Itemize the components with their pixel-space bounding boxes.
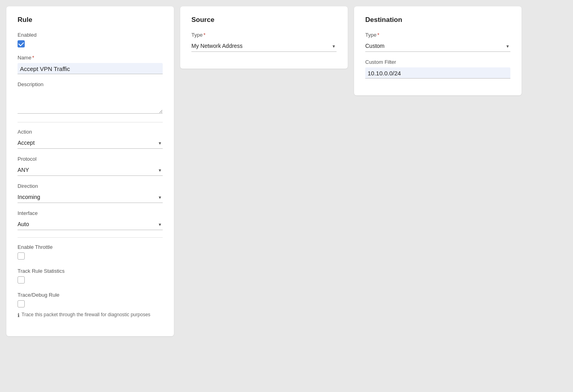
trace-debug-hint: ℹ Trace this packet through the firewall… <box>18 311 163 319</box>
custom-filter-label: Custom Filter <box>365 59 510 65</box>
protocol-select[interactable]: ANY TCP UDP ICMP <box>18 164 163 176</box>
custom-filter-input[interactable] <box>365 67 510 79</box>
source-card: Source Type* My Network Address Custom A… <box>180 6 348 69</box>
enabled-field: Enabled <box>18 32 163 47</box>
source-type-select-wrapper: My Network Address Custom Any ▾ <box>191 40 337 52</box>
name-field: Name* <box>18 55 163 74</box>
trace-debug-label: Trace/Debug Rule <box>18 292 163 298</box>
divider-1 <box>18 122 163 122</box>
source-card-title: Source <box>191 16 337 24</box>
destination-type-select-wrapper: Custom My Network Address Any ▾ <box>365 40 510 52</box>
name-label: Name* <box>18 55 163 61</box>
interface-select-wrapper: Auto LAN WAN VPN ▾ <box>18 219 163 230</box>
direction-label: Direction <box>18 183 163 189</box>
name-input[interactable] <box>18 63 163 74</box>
description-field: Description <box>18 81 163 115</box>
interface-label: Interface <box>18 210 163 216</box>
destination-type-select[interactable]: Custom My Network Address Any <box>365 40 510 52</box>
direction-field: Direction Incoming Outgoing Both ▾ <box>18 183 163 203</box>
action-select-wrapper: Accept Drop Reject ▾ <box>18 137 163 149</box>
track-statistics-label: Track Rule Statistics <box>18 268 163 274</box>
trace-debug-field: Trace/Debug Rule ℹ Trace this packet thr… <box>18 292 163 319</box>
track-statistics-field: Track Rule Statistics <box>18 268 163 285</box>
source-type-required-star: * <box>203 32 205 38</box>
destination-card-title: Destination <box>365 16 510 24</box>
source-type-select[interactable]: My Network Address Custom Any <box>191 40 337 52</box>
divider-2 <box>18 237 163 238</box>
direction-select-wrapper: Incoming Outgoing Both ▾ <box>18 191 163 203</box>
destination-card: Destination Type* Custom My Network Addr… <box>354 6 522 95</box>
destination-type-required-star: * <box>377 32 379 38</box>
destination-type-field: Type* Custom My Network Address Any ▾ <box>365 32 510 52</box>
name-required-star: * <box>32 55 34 61</box>
description-textarea[interactable] <box>18 90 163 114</box>
description-label: Description <box>18 81 163 87</box>
source-type-field: Type* My Network Address Custom Any ▾ <box>191 32 337 52</box>
action-select[interactable]: Accept Drop Reject <box>18 137 163 149</box>
enabled-label: Enabled <box>18 32 163 38</box>
rule-card: Rule Enabled Name* Description Action <box>6 6 174 336</box>
source-type-label: Type* <box>191 32 337 38</box>
protocol-select-wrapper: ANY TCP UDP ICMP ▾ <box>18 164 163 176</box>
info-icon: ℹ <box>18 311 20 319</box>
rule-card-title: Rule <box>18 16 163 24</box>
interface-select[interactable]: Auto LAN WAN VPN <box>18 219 163 230</box>
track-statistics-checkbox[interactable] <box>18 276 25 284</box>
enable-throttle-checkbox[interactable] <box>18 252 25 260</box>
enable-throttle-field: Enable Throttle <box>18 244 163 261</box>
destination-type-label: Type* <box>365 32 510 38</box>
interface-field: Interface Auto LAN WAN VPN ▾ <box>18 210 163 230</box>
action-label: Action <box>18 129 163 135</box>
action-field: Action Accept Drop Reject ▾ <box>18 129 163 149</box>
trace-debug-checkbox[interactable] <box>18 300 25 307</box>
protocol-field: Protocol ANY TCP UDP ICMP ▾ <box>18 156 163 176</box>
protocol-label: Protocol <box>18 156 163 162</box>
enable-throttle-label: Enable Throttle <box>18 244 163 250</box>
enabled-checkbox[interactable] <box>18 40 25 47</box>
direction-select[interactable]: Incoming Outgoing Both <box>18 191 163 203</box>
custom-filter-field: Custom Filter <box>365 59 510 79</box>
